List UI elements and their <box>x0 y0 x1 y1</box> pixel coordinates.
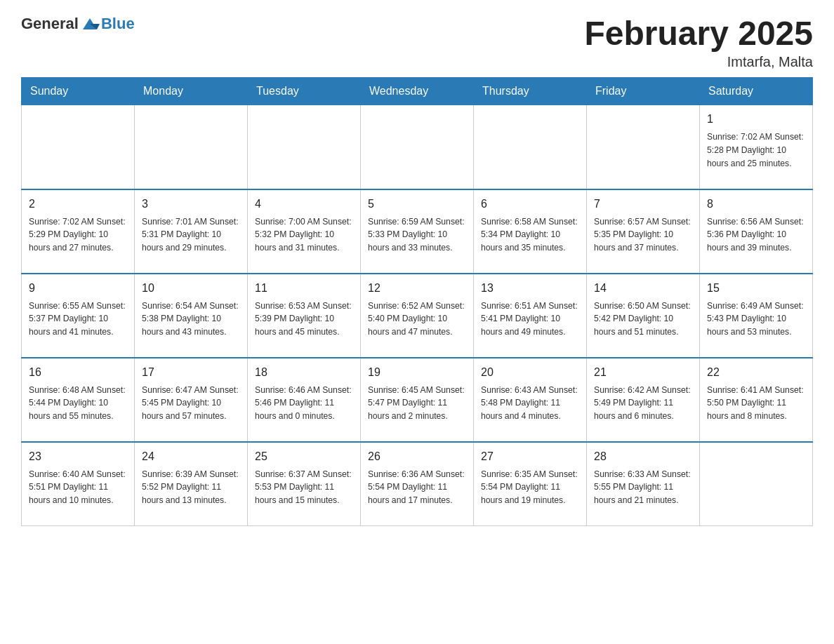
day-number: 16 <box>29 364 127 381</box>
day-info: Sunrise: 6:58 AM Sunset: 5:34 PM Dayligh… <box>481 215 579 255</box>
day-number: 27 <box>481 448 579 465</box>
day-number: 28 <box>594 448 692 465</box>
day-info: Sunrise: 7:01 AM Sunset: 5:31 PM Dayligh… <box>142 215 240 255</box>
calendar-week-row: 2Sunrise: 7:02 AM Sunset: 5:29 PM Daylig… <box>22 189 813 274</box>
day-number: 11 <box>255 280 353 297</box>
calendar-cell: 15Sunrise: 6:49 AM Sunset: 5:43 PM Dayli… <box>700 274 813 358</box>
logo: General Blue <box>21 14 135 34</box>
day-number: 18 <box>255 364 353 381</box>
calendar-cell: 13Sunrise: 6:51 AM Sunset: 5:41 PM Dayli… <box>474 274 587 358</box>
calendar-cell: 7Sunrise: 6:57 AM Sunset: 5:35 PM Daylig… <box>587 189 700 274</box>
calendar-cell <box>248 105 361 189</box>
day-info: Sunrise: 6:51 AM Sunset: 5:41 PM Dayligh… <box>481 300 579 340</box>
calendar-cell: 6Sunrise: 6:58 AM Sunset: 5:34 PM Daylig… <box>474 189 587 274</box>
calendar-cell <box>135 105 248 189</box>
day-info: Sunrise: 6:45 AM Sunset: 5:47 PM Dayligh… <box>368 384 466 424</box>
calendar-table: SundayMondayTuesdayWednesdayThursdayFrid… <box>21 77 813 526</box>
calendar-week-row: 9Sunrise: 6:55 AM Sunset: 5:37 PM Daylig… <box>22 274 813 358</box>
calendar-cell: 26Sunrise: 6:36 AM Sunset: 5:54 PM Dayli… <box>361 442 474 526</box>
day-info: Sunrise: 6:52 AM Sunset: 5:40 PM Dayligh… <box>368 300 466 340</box>
day-number: 2 <box>29 196 127 213</box>
calendar-cell: 8Sunrise: 6:56 AM Sunset: 5:36 PM Daylig… <box>700 189 813 274</box>
logo-general: General <box>21 15 79 33</box>
day-info: Sunrise: 6:40 AM Sunset: 5:51 PM Dayligh… <box>29 468 127 508</box>
day-number: 25 <box>255 448 353 465</box>
calendar-cell: 24Sunrise: 6:39 AM Sunset: 5:52 PM Dayli… <box>135 442 248 526</box>
day-number: 9 <box>29 280 127 297</box>
day-number: 8 <box>707 196 805 213</box>
day-number: 5 <box>368 196 466 213</box>
title-block: February 2025 Imtarfa, Malta <box>584 14 813 70</box>
day-info: Sunrise: 6:42 AM Sunset: 5:49 PM Dayligh… <box>594 384 692 424</box>
calendar-cell: 22Sunrise: 6:41 AM Sunset: 5:50 PM Dayli… <box>700 358 813 442</box>
calendar-cell <box>474 105 587 189</box>
calendar-subtitle: Imtarfa, Malta <box>584 54 813 70</box>
day-info: Sunrise: 6:35 AM Sunset: 5:54 PM Dayligh… <box>481 468 579 508</box>
day-info: Sunrise: 6:36 AM Sunset: 5:54 PM Dayligh… <box>368 468 466 508</box>
day-info: Sunrise: 7:02 AM Sunset: 5:28 PM Dayligh… <box>707 130 805 170</box>
calendar-cell: 10Sunrise: 6:54 AM Sunset: 5:38 PM Dayli… <box>135 274 248 358</box>
calendar-cell: 12Sunrise: 6:52 AM Sunset: 5:40 PM Dayli… <box>361 274 474 358</box>
day-number: 4 <box>255 196 353 213</box>
day-of-week-header: Monday <box>135 78 248 105</box>
calendar-cell: 2Sunrise: 7:02 AM Sunset: 5:29 PM Daylig… <box>22 189 135 274</box>
day-number: 1 <box>707 111 805 128</box>
page-header: General Blue February 2025 Imtarfa, Malt… <box>21 14 813 70</box>
day-of-week-header: Wednesday <box>361 78 474 105</box>
day-number: 12 <box>368 280 466 297</box>
day-number: 10 <box>142 280 240 297</box>
calendar-cell: 28Sunrise: 6:33 AM Sunset: 5:55 PM Dayli… <box>587 442 700 526</box>
calendar-cell: 20Sunrise: 6:43 AM Sunset: 5:48 PM Dayli… <box>474 358 587 442</box>
calendar-cell: 9Sunrise: 6:55 AM Sunset: 5:37 PM Daylig… <box>22 274 135 358</box>
day-info: Sunrise: 6:55 AM Sunset: 5:37 PM Dayligh… <box>29 300 127 340</box>
day-number: 21 <box>594 364 692 381</box>
day-of-week-header: Tuesday <box>248 78 361 105</box>
calendar-cell: 4Sunrise: 7:00 AM Sunset: 5:32 PM Daylig… <box>248 189 361 274</box>
day-info: Sunrise: 6:54 AM Sunset: 5:38 PM Dayligh… <box>142 300 240 340</box>
day-number: 14 <box>594 280 692 297</box>
logo-blue: Blue <box>101 15 135 33</box>
calendar-week-row: 16Sunrise: 6:48 AM Sunset: 5:44 PM Dayli… <box>22 358 813 442</box>
calendar-cell <box>22 105 135 189</box>
day-number: 17 <box>142 364 240 381</box>
calendar-title: February 2025 <box>584 14 813 53</box>
day-of-week-header: Friday <box>587 78 700 105</box>
calendar-cell: 27Sunrise: 6:35 AM Sunset: 5:54 PM Dayli… <box>474 442 587 526</box>
day-info: Sunrise: 6:48 AM Sunset: 5:44 PM Dayligh… <box>29 384 127 424</box>
day-info: Sunrise: 6:59 AM Sunset: 5:33 PM Dayligh… <box>368 215 466 255</box>
day-of-week-header: Thursday <box>474 78 587 105</box>
calendar-cell: 23Sunrise: 6:40 AM Sunset: 5:51 PM Dayli… <box>22 442 135 526</box>
calendar-cell: 5Sunrise: 6:59 AM Sunset: 5:33 PM Daylig… <box>361 189 474 274</box>
calendar-cell: 18Sunrise: 6:46 AM Sunset: 5:46 PM Dayli… <box>248 358 361 442</box>
calendar-cell: 25Sunrise: 6:37 AM Sunset: 5:53 PM Dayli… <box>248 442 361 526</box>
calendar-cell <box>700 442 813 526</box>
calendar-header-row: SundayMondayTuesdayWednesdayThursdayFrid… <box>22 78 813 105</box>
day-info: Sunrise: 6:50 AM Sunset: 5:42 PM Dayligh… <box>594 300 692 340</box>
day-info: Sunrise: 6:39 AM Sunset: 5:52 PM Dayligh… <box>142 468 240 508</box>
day-info: Sunrise: 6:43 AM Sunset: 5:48 PM Dayligh… <box>481 384 579 424</box>
day-info: Sunrise: 6:47 AM Sunset: 5:45 PM Dayligh… <box>142 384 240 424</box>
calendar-week-row: 1Sunrise: 7:02 AM Sunset: 5:28 PM Daylig… <box>22 105 813 189</box>
day-info: Sunrise: 7:02 AM Sunset: 5:29 PM Dayligh… <box>29 215 127 255</box>
day-number: 26 <box>368 448 466 465</box>
day-of-week-header: Saturday <box>700 78 813 105</box>
day-of-week-header: Sunday <box>22 78 135 105</box>
logo-icon <box>80 14 100 34</box>
day-info: Sunrise: 6:33 AM Sunset: 5:55 PM Dayligh… <box>594 468 692 508</box>
day-number: 6 <box>481 196 579 213</box>
day-info: Sunrise: 7:00 AM Sunset: 5:32 PM Dayligh… <box>255 215 353 255</box>
day-info: Sunrise: 6:53 AM Sunset: 5:39 PM Dayligh… <box>255 300 353 340</box>
day-number: 7 <box>594 196 692 213</box>
calendar-cell: 16Sunrise: 6:48 AM Sunset: 5:44 PM Dayli… <box>22 358 135 442</box>
day-number: 15 <box>707 280 805 297</box>
calendar-cell: 3Sunrise: 7:01 AM Sunset: 5:31 PM Daylig… <box>135 189 248 274</box>
calendar-cell: 14Sunrise: 6:50 AM Sunset: 5:42 PM Dayli… <box>587 274 700 358</box>
day-number: 23 <box>29 448 127 465</box>
calendar-cell <box>361 105 474 189</box>
calendar-cell: 11Sunrise: 6:53 AM Sunset: 5:39 PM Dayli… <box>248 274 361 358</box>
day-info: Sunrise: 6:49 AM Sunset: 5:43 PM Dayligh… <box>707 300 805 340</box>
day-info: Sunrise: 6:41 AM Sunset: 5:50 PM Dayligh… <box>707 384 805 424</box>
calendar-cell: 17Sunrise: 6:47 AM Sunset: 5:45 PM Dayli… <box>135 358 248 442</box>
calendar-cell <box>587 105 700 189</box>
day-info: Sunrise: 6:46 AM Sunset: 5:46 PM Dayligh… <box>255 384 353 424</box>
